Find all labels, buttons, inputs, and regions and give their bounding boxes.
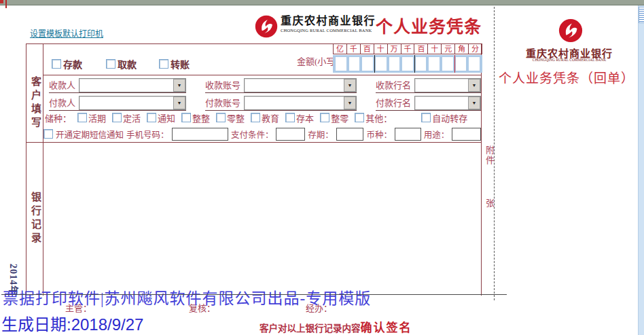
- bank-logo-icon: [254, 14, 279, 39]
- amount-group-divider: [414, 55, 415, 73]
- payer-bank-group: 付款行名 ▼: [376, 96, 481, 111]
- chevron-down-icon[interactable]: ▼: [344, 79, 356, 92]
- deposit-type-principal: 存本: [285, 111, 314, 124]
- term-label: 存期：: [308, 128, 334, 141]
- receipt-bank-logo-icon: [558, 18, 584, 43]
- section-bank-label: 银行记录: [29, 192, 43, 246]
- deposit-type-checkbox[interactable]: [112, 113, 122, 122]
- window-top-edge: [0, 0, 644, 5]
- chevron-down-icon[interactable]: ▼: [173, 79, 185, 92]
- bank-name-cn: 重庆农村商业银行: [281, 14, 376, 28]
- amount-digit-cell[interactable]: [429, 57, 440, 71]
- vertical-scrollbar[interactable]: [638, 5, 644, 335]
- attachment-label: 附件: [483, 145, 496, 166]
- payee-account-group: 收款账号 ▼: [205, 78, 357, 93]
- deposit-checkbox[interactable]: [52, 59, 61, 69]
- row1-divider: [43, 75, 482, 75]
- pay-condition-label: 支付条件：: [231, 128, 274, 141]
- amount-digit-cell[interactable]: [349, 57, 360, 71]
- chevron-down-icon[interactable]: ▼: [468, 96, 480, 109]
- deposit-type-installment: 零整: [216, 111, 245, 124]
- amount-unit: 元: [442, 44, 455, 54]
- form-border-right: [481, 43, 482, 296]
- withdraw-checkbox[interactable]: [106, 59, 115, 69]
- receipt-bank-name-en: CHONGQING RURAL COMMERCIAL BANK: [508, 58, 630, 62]
- section-divider: [26, 142, 482, 143]
- amount-unit: 百: [361, 44, 374, 54]
- tx-type-transfer: 转账: [159, 57, 190, 71]
- amount-unit: 万: [388, 44, 401, 54]
- amount-digit-cell[interactable]: [389, 57, 400, 71]
- deposit-type-text: 教育: [262, 111, 279, 124]
- confirm-signature-label: 确认签名: [361, 321, 412, 334]
- deposit-type-text: 活期: [88, 111, 106, 124]
- amount-digit-cell[interactable]: [469, 57, 480, 71]
- pay-condition-input[interactable]: [276, 128, 305, 141]
- payee-label: 收款人: [49, 79, 75, 92]
- amount-unit: 角: [455, 44, 469, 54]
- purpose-label: 用途：: [424, 128, 450, 141]
- payer-account-combobox[interactable]: ▼: [244, 96, 357, 110]
- phone-input[interactable]: [172, 128, 228, 141]
- amount-digit-cell[interactable]: [376, 57, 387, 71]
- deposit-type-checkbox[interactable]: [251, 113, 260, 122]
- amount-digit-cell[interactable]: [362, 57, 373, 71]
- transfer-checkbox[interactable]: [159, 59, 168, 69]
- chevron-down-icon[interactable]: ▼: [173, 96, 185, 109]
- generation-date: 生成日期:2018/9/27: [1, 311, 143, 335]
- deposit-type-current: 活期: [77, 111, 106, 124]
- amount-digit-cell[interactable]: [416, 57, 427, 71]
- deposit-type-checkbox[interactable]: [355, 113, 364, 122]
- chevron-down-icon[interactable]: ▼: [344, 96, 356, 109]
- amount-digit-cell[interactable]: [402, 57, 413, 71]
- payer-bank-label: 付款行名: [376, 96, 411, 110]
- payer-bank-combobox[interactable]: ▼: [414, 96, 481, 110]
- deposit-type-checkbox[interactable]: [181, 113, 191, 122]
- set-default-printer-link[interactable]: 设置模板默认打印机: [30, 27, 103, 39]
- form-border-left: [26, 43, 26, 296]
- deposit-type-checkbox[interactable]: [285, 113, 295, 122]
- voucher-title: 个人业务凭条: [376, 13, 482, 37]
- sms-notice-checkbox[interactable]: [43, 129, 53, 139]
- amount-unit: 亿: [334, 44, 347, 54]
- payee-bank-combobox[interactable]: ▼: [414, 78, 481, 92]
- deposit-type-checkbox[interactable]: [320, 113, 329, 122]
- deposit-type-checkbox[interactable]: [147, 113, 156, 122]
- amount-yuan-divider: [454, 55, 455, 73]
- amount-unit: 分: [469, 44, 482, 54]
- scrollbar-thumb[interactable]: [639, 7, 644, 23]
- section-column-line: [43, 43, 43, 296]
- payee-row: 收款人 ▼ 收款账号 ▼ 收款行名 ▼: [49, 77, 481, 93]
- amount-digit-row: [333, 55, 482, 73]
- chevron-down-icon[interactable]: ▼: [468, 79, 480, 92]
- deposit-type-row: 储种： 活期 定活 通知 整整 零整 教育 存本 整零 其他：: [45, 111, 481, 124]
- payee-group: 收款人 ▼: [49, 78, 186, 93]
- payer-combobox[interactable]: ▼: [79, 96, 186, 110]
- currency-input[interactable]: [395, 128, 421, 141]
- amount-label: 金额(小写): [297, 54, 338, 67]
- deposit-type-checkbox[interactable]: [77, 113, 87, 122]
- payee-bank-label: 收款行名: [376, 79, 411, 92]
- deposit-type-fixed-current: 定活: [112, 111, 141, 124]
- auto-redeposit: 自动转存: [421, 111, 467, 124]
- auto-redeposit-checkbox[interactable]: [421, 113, 431, 122]
- payer-label: 付款人: [49, 96, 75, 110]
- amount-unit-header: 亿 千 百 十 万 千 百 十 元 角 分: [333, 43, 482, 54]
- amount-digit-cell[interactable]: [456, 57, 467, 71]
- term-input[interactable]: [336, 128, 364, 141]
- deposit-type-text: 存本: [296, 111, 314, 124]
- deposit-type-notice: 通知: [147, 111, 175, 124]
- app-window: 设置模板默认打印机 重庆农村商业银行 CHONGQING RURAL COMME…: [0, 0, 644, 335]
- payee-account-combobox[interactable]: ▼: [244, 78, 357, 92]
- deposit-type-checkbox[interactable]: [216, 113, 226, 122]
- sms-options-row: 开通定期短信通知 手机号码： 支付条件： 存期： 币种： 用途：: [43, 127, 481, 141]
- amount-digit-cell[interactable]: [336, 57, 346, 71]
- deposit-type-text: 通知: [158, 111, 175, 124]
- payee-combobox[interactable]: ▼: [79, 78, 186, 92]
- amount-unit: 十: [428, 44, 442, 54]
- amount-digit-cell[interactable]: [442, 57, 453, 71]
- section-customer-label: 客户填写: [29, 76, 43, 130]
- purpose-input[interactable]: [452, 128, 481, 141]
- bank-name-en: CHONGQING RURAL COMMERCIAL BANK: [281, 28, 376, 33]
- confirm-signature-line: 客户对以上银行记录内容确认签名: [260, 318, 412, 335]
